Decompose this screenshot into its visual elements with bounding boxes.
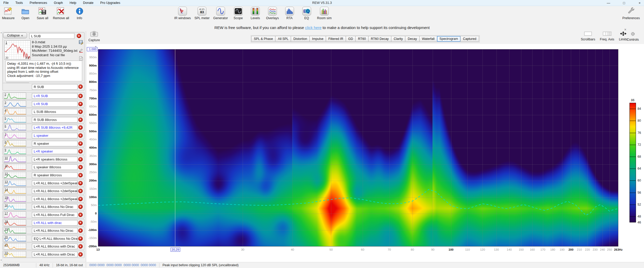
save-measurement-icon[interactable]	[79, 40, 83, 46]
measurement-row[interactable]: 20EQ L+R ALL 88cross No Dira×	[3, 235, 85, 242]
collapse-sidebar-button[interactable]: Collapse «	[3, 33, 27, 38]
measurement-thumbnail[interactable]: 1 20 300	[4, 40, 31, 60]
measurement-row[interactable]: 15L+R ALL 88cross +2delSpeak×	[3, 195, 85, 202]
measurement-row[interactable]: 7L speaker×	[3, 132, 85, 139]
measurement-name-input[interactable]: L+R SUB	[32, 101, 78, 107]
tab-impulse[interactable]: Impulse	[310, 36, 326, 42]
measurement-name-input[interactable]: R SUB 88cross	[32, 117, 78, 122]
measurement-name-input[interactable]: L+R speaker	[32, 149, 78, 154]
measurement-name-input[interactable]: L+R ALL 88cross +2delSpeak	[32, 180, 78, 186]
delete-measurement-button[interactable]: ×	[78, 94, 83, 98]
close-button[interactable]: ×	[637, 1, 642, 5]
delete-measurement-button[interactable]: ×	[78, 244, 83, 249]
measurement-row[interactable]: 8R speaker×	[3, 140, 85, 147]
measurement-row[interactable]: 13L+R ALL 88cross +2delSpeak×	[3, 179, 85, 187]
measurement-name-input[interactable]: L+R ALL with dirac	[32, 220, 78, 226]
minimize-button[interactable]: —	[606, 1, 611, 5]
spectrogram-canvas[interactable]	[98, 49, 618, 247]
toolbar-button-generator[interactable]: Generator	[213, 7, 228, 20]
delete-measurement-button[interactable]: ×	[78, 205, 83, 209]
menu-donate[interactable]: Donate	[80, 0, 97, 6]
delete-measurement-button[interactable]: ×	[78, 118, 83, 122]
tab-decay[interactable]: Decay	[405, 36, 419, 42]
delete-measurement-button[interactable]: ×	[78, 165, 83, 169]
toolbar-button-save-all[interactable]: Save all	[36, 7, 49, 20]
measurement-row[interactable]: 21L+R ALL 88cross with Dirac×	[3, 243, 85, 250]
delete-measurement-button[interactable]: ×	[78, 173, 83, 177]
menu-file[interactable]: File	[0, 0, 12, 6]
toolbar-button-spl-meter[interactable]: dB SPL83SPL meter	[194, 7, 210, 20]
limits-button[interactable]: Limits	[619, 32, 627, 41]
toolbar-button-levels[interactable]: 0369Levels	[249, 7, 262, 20]
measurement-row[interactable]: 5R SUB 88cross×	[3, 116, 85, 123]
measurement-row[interactable]: 12R speaker 88cross×	[3, 171, 85, 179]
toolbar-button-measure[interactable]: Measure	[2, 7, 15, 20]
delete-measurement-button[interactable]: ×	[78, 228, 83, 233]
delete-measurement-button[interactable]: ×	[78, 125, 83, 130]
measurement-name-input[interactable]: L+R SUB 88cross +9,42R	[32, 125, 78, 130]
delete-measurement-button[interactable]: ×	[78, 221, 83, 225]
measurement-name-input[interactable]: L SUB	[29, 33, 74, 39]
menu-help[interactable]: Help	[66, 0, 80, 6]
maximize-button[interactable]: □	[622, 1, 626, 5]
scroll-up-icon[interactable]: ▲	[0, 32, 2, 33]
measurement-row[interactable]: 4L SUB 88cross×	[3, 108, 85, 115]
toolbar-button-overlays[interactable]: Overlays	[266, 7, 279, 20]
delete-measurement-button[interactable]: ×	[78, 149, 83, 154]
measurement-row[interactable]: R SUB ×	[3, 83, 85, 91]
measurement-row[interactable]: 19L+R ALL 88cross No Dirac×	[3, 227, 85, 234]
delete-measurement-button[interactable]: ×	[77, 34, 81, 38]
measurement-name-input[interactable]: L+R ALL 88cross No Dirac	[32, 228, 78, 233]
measurement-name-input[interactable]: L SUB 88cross	[32, 109, 78, 114]
delete-measurement-button[interactable]: ×	[78, 197, 83, 201]
toolbar-button-info[interactable]: Info	[73, 7, 86, 20]
measurement-row[interactable]: 6L+R SUB 88cross +9,42R×	[3, 124, 85, 131]
delete-measurement-button[interactable]: ×	[78, 213, 83, 217]
tab-spl-phase[interactable]: SPL & Phase	[251, 36, 276, 42]
delete-measurement-button[interactable]: ×	[78, 133, 83, 138]
measurement-name-input[interactable]: EQ L+R ALL 88cross No Dira	[32, 236, 78, 241]
measurement-name-input[interactable]: L speaker 88cross	[32, 164, 78, 170]
measurement-name-input[interactable]: R speaker	[32, 141, 78, 146]
tab-distortion[interactable]: Distortion	[291, 36, 310, 42]
menu-tools[interactable]: Tools	[12, 0, 26, 6]
tab-waterfall[interactable]: Waterfall	[419, 36, 437, 42]
tab-captured[interactable]: Captured	[460, 36, 479, 42]
measurement-row[interactable]: 9L+R speaker×	[3, 148, 85, 155]
menu-pro-upgrades[interactable]: Pro Upgrades	[97, 0, 124, 6]
measurement-row[interactable]: 14L+R ALL 88cross +2delSpeak×	[3, 187, 85, 194]
tab-clarity[interactable]: Clarity	[391, 36, 405, 42]
measurement-name-input[interactable]: L+R ALL 88cross Full Dirac	[32, 212, 78, 218]
measurement-name-input[interactable]: L speaker	[32, 133, 78, 138]
delete-measurement-button[interactable]: ×	[78, 236, 83, 241]
toolbar-button-ir-windows[interactable]: IR windows	[174, 7, 191, 20]
delete-measurement-button[interactable]: ×	[78, 84, 83, 89]
capture-button[interactable]: Capture	[88, 31, 100, 42]
freq-axis-button[interactable]: Freq. Axis	[600, 32, 614, 41]
menu-preferences[interactable]: Preferences	[26, 0, 50, 6]
measurement-row[interactable]: 17L+R ALL 88cross Full Dirac×	[3, 211, 85, 218]
controls-button[interactable]: Controls	[627, 32, 639, 41]
measurement-row[interactable]: 18L+R ALL with dirac×	[3, 219, 85, 226]
measurement-row[interactable]: 3L+R SUB×	[3, 100, 85, 107]
measurement-name-input[interactable]: R SUB	[32, 84, 78, 90]
delete-measurement-button[interactable]: ×	[78, 189, 83, 193]
preferences-button[interactable]: Preferences	[622, 7, 640, 20]
measurement-name-input[interactable]: R speaker 88cross	[32, 172, 78, 178]
measurement-name-input[interactable]: L+R ALL 88cross with Dirac	[32, 244, 78, 249]
donate-link[interactable]: click here	[305, 25, 321, 30]
scroll-down-icon[interactable]: ▼	[0, 259, 2, 261]
tab-filtered-ir[interactable]: Filtered IR	[326, 36, 346, 42]
measurement-row[interactable]: 2L+R SUB×	[3, 92, 85, 99]
measurement-name-input[interactable]: L+R ALL 88cross with Dirac	[32, 252, 78, 257]
y-axis-max-value[interactable]: 1.000	[87, 47, 97, 51]
delete-measurement-button[interactable]: ×	[78, 252, 83, 257]
tab-rt60-decay[interactable]: RT60 Decay	[368, 36, 391, 42]
delete-measurement-button[interactable]: ×	[78, 181, 83, 185]
sidebar-scrollbar[interactable]: ▲ ▼	[0, 31, 2, 262]
delete-measurement-button[interactable]: ×	[78, 102, 83, 106]
delete-measurement-button[interactable]: ×	[78, 110, 83, 114]
tab-rt60[interactable]: RT60	[355, 36, 368, 42]
measurement-name-input[interactable]: L+R ALL 88cross +2delSpeak	[32, 188, 78, 194]
toolbar-button-room-sim[interactable]: Room sim	[317, 7, 332, 20]
